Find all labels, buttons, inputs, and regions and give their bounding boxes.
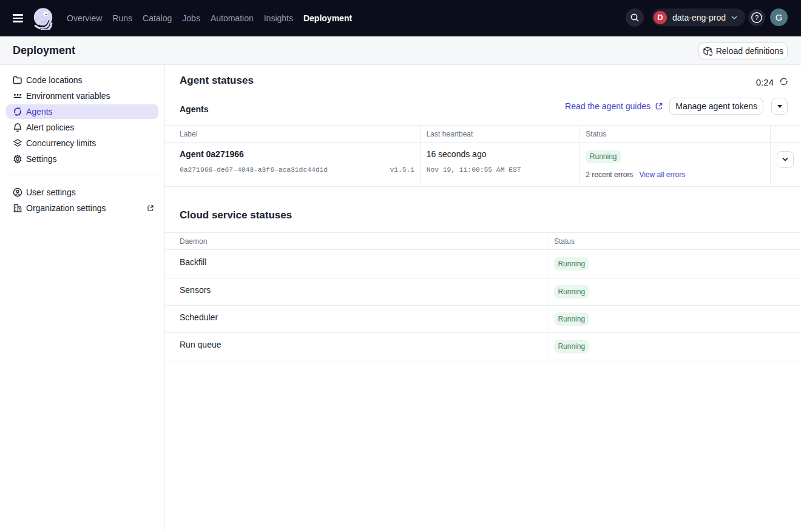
svg-text:?: ? [755, 14, 759, 21]
